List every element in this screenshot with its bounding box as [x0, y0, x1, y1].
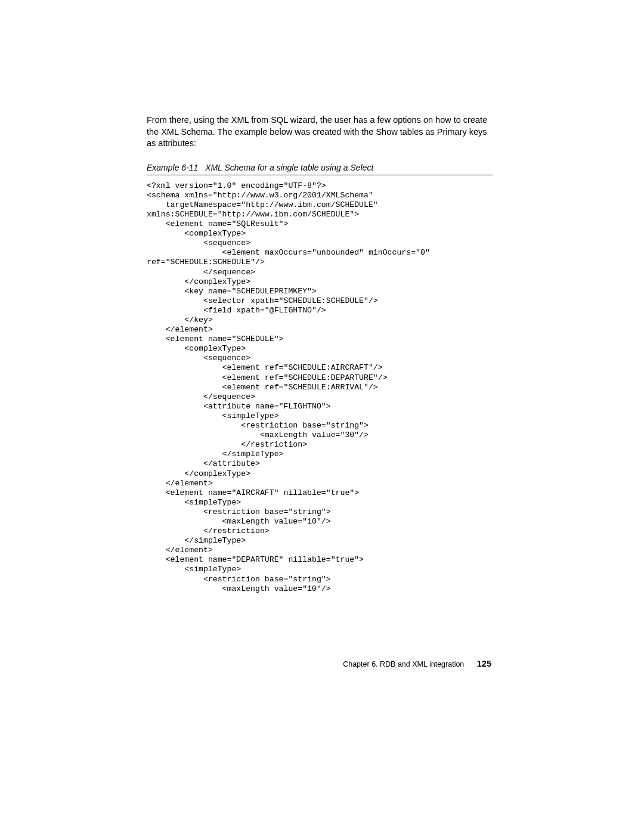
caption-label: Example 6-11: [147, 163, 198, 172]
page-content: From there, using the XML from SQL wizar…: [147, 114, 493, 594]
footer-page-number: 125: [477, 659, 491, 668]
code-listing: <?xml version="1.0" encoding="UTF-8"?> <…: [147, 181, 493, 594]
footer-chapter-label: Chapter 6. RDB and XML integration: [343, 660, 464, 668]
page-footer: Chapter 6. RDB and XML integration 125: [343, 659, 491, 668]
example-caption: Example 6-11 XML Schema for a single tab…: [147, 163, 493, 172]
caption-rule: [147, 175, 493, 175]
caption-text: XML Schema for a single table using a Se…: [205, 163, 373, 172]
intro-paragraph: From there, using the XML from SQL wizar…: [147, 114, 493, 150]
